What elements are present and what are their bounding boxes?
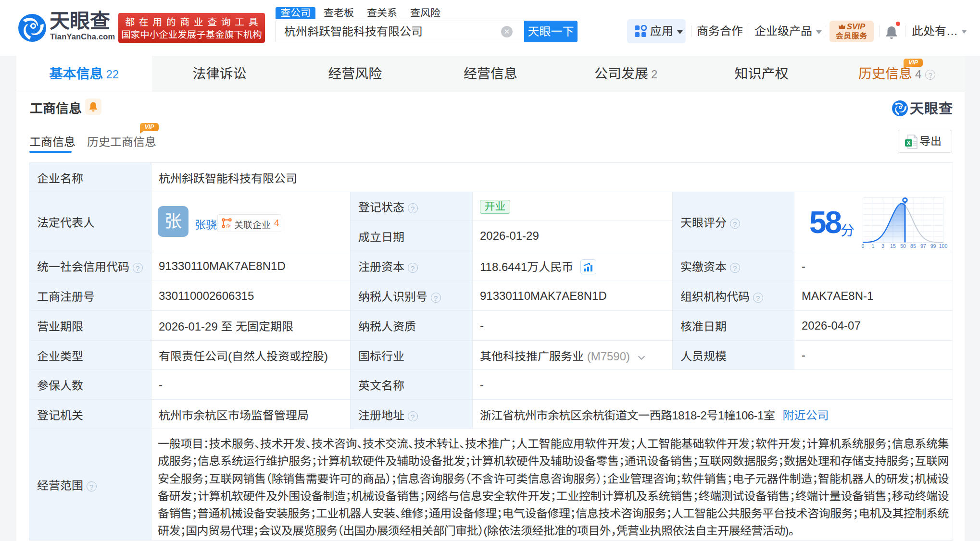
svg-text:85: 85	[910, 243, 916, 249]
svg-text:1: 1	[871, 243, 874, 249]
svg-text:50: 50	[900, 243, 906, 249]
svg-text:X: X	[906, 140, 910, 147]
svg-text:99: 99	[930, 243, 936, 249]
svg-text:企: 企	[226, 222, 231, 228]
svg-text:100: 100	[939, 243, 948, 249]
svg-text:0: 0	[862, 243, 865, 249]
svg-text:15: 15	[890, 243, 896, 249]
svg-text:97: 97	[920, 243, 926, 249]
svg-text:3: 3	[881, 243, 884, 249]
